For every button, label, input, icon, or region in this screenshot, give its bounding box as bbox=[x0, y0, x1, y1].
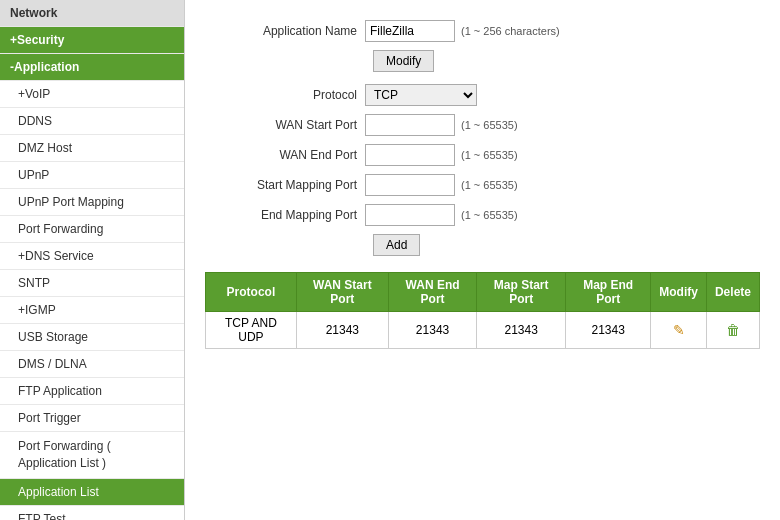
main-content: Application Name (1 ~ 256 characters) Mo… bbox=[185, 0, 780, 520]
col-map-start: Map Start Port bbox=[477, 273, 566, 312]
sidebar-item-ddns[interactable]: DDNS bbox=[0, 108, 184, 135]
col-wan-start: WAN Start Port bbox=[296, 273, 388, 312]
wan-end-label: WAN End Port bbox=[205, 148, 365, 162]
cell-modify-btn[interactable]: ✎ bbox=[651, 312, 707, 349]
table-row: TCP AND UDP 21343 21343 21343 21343 ✎ 🗑 bbox=[206, 312, 760, 349]
sidebar-item-security[interactable]: +Security bbox=[0, 27, 184, 54]
col-delete: Delete bbox=[706, 273, 759, 312]
sidebar-item-app-list[interactable]: Application List bbox=[0, 479, 184, 506]
cell-wan-end: 21343 bbox=[388, 312, 476, 349]
port-table: Protocol WAN Start Port WAN End Port Map… bbox=[205, 272, 760, 349]
map-start-hint: (1 ~ 65535) bbox=[461, 179, 518, 191]
wan-end-hint: (1 ~ 65535) bbox=[461, 149, 518, 161]
app-name-hint: (1 ~ 256 characters) bbox=[461, 25, 560, 37]
sidebar-item-upnp-port[interactable]: UPnP Port Mapping bbox=[0, 189, 184, 216]
wan-start-row: WAN Start Port (1 ~ 65535) bbox=[205, 114, 760, 136]
app-name-label: Application Name bbox=[205, 24, 365, 38]
sidebar-item-ftp-app[interactable]: FTP Application bbox=[0, 378, 184, 405]
map-end-input[interactable] bbox=[365, 204, 455, 226]
app-name-row: Application Name (1 ~ 256 characters) bbox=[205, 20, 760, 42]
col-modify: Modify bbox=[651, 273, 707, 312]
add-button[interactable]: Add bbox=[373, 234, 420, 256]
cell-wan-start: 21343 bbox=[296, 312, 388, 349]
sidebar-item-ftp-test[interactable]: FTP Test bbox=[0, 506, 184, 520]
cell-map-start: 21343 bbox=[477, 312, 566, 349]
row-modify-button[interactable]: ✎ bbox=[669, 320, 689, 340]
sidebar-item-dmzhost[interactable]: DMZ Host bbox=[0, 135, 184, 162]
sidebar-item-sntp[interactable]: SNTP bbox=[0, 270, 184, 297]
map-start-row: Start Mapping Port (1 ~ 65535) bbox=[205, 174, 760, 196]
sidebar-item-network[interactable]: Network bbox=[0, 0, 184, 27]
cell-protocol: TCP AND UDP bbox=[206, 312, 297, 349]
sidebar-item-usb-storage[interactable]: USB Storage bbox=[0, 324, 184, 351]
sidebar-item-dms-dlna[interactable]: DMS / DLNA bbox=[0, 351, 184, 378]
map-end-label: End Mapping Port bbox=[205, 208, 365, 222]
sidebar-item-port-fwd-app-list[interactable]: Port Forwarding (Application List ) bbox=[0, 432, 184, 479]
cell-map-end: 21343 bbox=[566, 312, 651, 349]
wan-start-input[interactable] bbox=[365, 114, 455, 136]
cell-delete-btn[interactable]: 🗑 bbox=[706, 312, 759, 349]
map-end-hint: (1 ~ 65535) bbox=[461, 209, 518, 221]
protocol-label: Protocol bbox=[205, 88, 365, 102]
col-protocol: Protocol bbox=[206, 273, 297, 312]
sidebar-item-application[interactable]: -Application bbox=[0, 54, 184, 81]
sidebar-item-igmp[interactable]: +IGMP bbox=[0, 297, 184, 324]
sidebar-item-upnp[interactable]: UPnP bbox=[0, 162, 184, 189]
map-start-label: Start Mapping Port bbox=[205, 178, 365, 192]
protocol-row: Protocol TCP UDP TCP AND UDP bbox=[205, 84, 760, 106]
wan-end-row: WAN End Port (1 ~ 65535) bbox=[205, 144, 760, 166]
row-delete-button[interactable]: 🗑 bbox=[722, 320, 744, 340]
sidebar-item-voip[interactable]: +VoIP bbox=[0, 81, 184, 108]
sidebar: Network +Security -Application +VoIP DDN… bbox=[0, 0, 185, 520]
modify-row: Modify bbox=[373, 50, 760, 72]
wan-start-hint: (1 ~ 65535) bbox=[461, 119, 518, 131]
sidebar-item-dns-service[interactable]: +DNS Service bbox=[0, 243, 184, 270]
wan-end-input[interactable] bbox=[365, 144, 455, 166]
col-map-end: Map End Port bbox=[566, 273, 651, 312]
col-wan-end: WAN End Port bbox=[388, 273, 476, 312]
add-row: Add bbox=[373, 234, 760, 256]
app-name-input[interactable] bbox=[365, 20, 455, 42]
modify-button[interactable]: Modify bbox=[373, 50, 434, 72]
map-end-row: End Mapping Port (1 ~ 65535) bbox=[205, 204, 760, 226]
map-start-input[interactable] bbox=[365, 174, 455, 196]
wan-start-label: WAN Start Port bbox=[205, 118, 365, 132]
protocol-select[interactable]: TCP UDP TCP AND UDP bbox=[365, 84, 477, 106]
sidebar-item-port-trigger[interactable]: Port Trigger bbox=[0, 405, 184, 432]
sidebar-item-port-forwarding[interactable]: Port Forwarding bbox=[0, 216, 184, 243]
